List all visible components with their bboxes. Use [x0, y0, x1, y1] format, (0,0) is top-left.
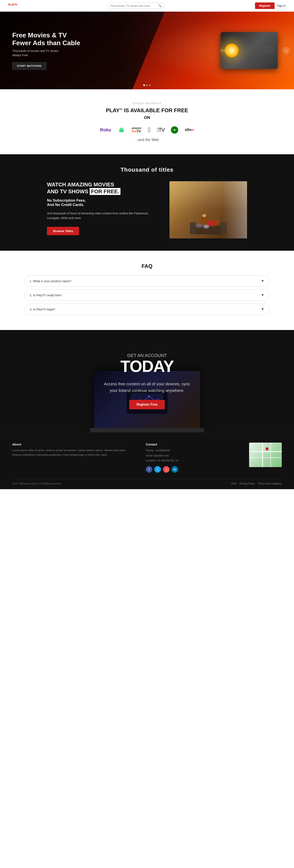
footer-contact: Contact Phone: +123456789 Email: play@tv…: [146, 442, 237, 473]
platform-apple: : [148, 126, 151, 134]
laptop-base: [90, 428, 204, 432]
map-road-h2: [249, 457, 282, 458]
map-pin-circle: [265, 447, 269, 451]
cta-section: GET AN ACCOUNT TODAY Access free content…: [0, 330, 294, 432]
footer-contact-info: Phone: +123456789 Email: play@tv.com Loc…: [146, 448, 237, 463]
roku-logo: Roku: [100, 127, 111, 133]
hero-next-arrow[interactable]: ›: [283, 47, 290, 54]
footer-link-terms[interactable]: Terms and Conditions: [258, 482, 282, 485]
appletv-logo: TV: [157, 127, 165, 133]
footer-about-title: About: [12, 442, 133, 446]
nav-buttons: Register Sign in: [255, 2, 286, 9]
search-input[interactable]: [111, 4, 158, 7]
svg-point-9: [174, 129, 175, 130]
hero-content: Free Movies & TVFewer Ads than Cable Tho…: [0, 31, 93, 70]
dot-2[interactable]: [146, 84, 148, 86]
logo: PLAYTV: [8, 3, 17, 8]
footer: About Lorem ipsum dolor sit amet, amenus…: [0, 432, 294, 489]
svg-point-18: [196, 224, 202, 228]
faq-item-1[interactable]: 1. What is your product name? ▼: [25, 275, 269, 287]
svg-point-17: [215, 219, 220, 224]
svg-point-15: [202, 214, 206, 217]
amazon-text: amazon: [132, 126, 141, 129]
register-button[interactable]: Register: [255, 2, 274, 9]
hero-dots: [143, 84, 151, 86]
brand-name: PLAYTV IS AVAILABLE FOR FREE: [106, 107, 188, 114]
social-facebook[interactable]: f: [146, 466, 152, 473]
svg-rect-2: [119, 129, 124, 132]
search-icon: 🔍: [158, 4, 162, 7]
platform-appletv: TV: [157, 127, 165, 133]
platform-amazon: amazon fireTV: [132, 126, 141, 133]
map-pin: [266, 447, 268, 450]
thousands-heading: Thousand of titles: [0, 166, 294, 173]
firetv-text: fireTV: [132, 129, 141, 133]
svg-point-4: [121, 128, 121, 129]
footer-contact-title: Contact: [146, 442, 237, 446]
footer-content: About Lorem ipsum dolor sit amet, amenus…: [12, 442, 282, 473]
svg-point-5: [122, 128, 122, 129]
footer-links: FAQ Privacy Policy Terms and Conditions: [231, 482, 282, 485]
projector-vents: [261, 48, 273, 54]
thousands-text: WATCH AMAZING MOVIES AND TV SHOWS FOR FR…: [47, 181, 161, 235]
footer-link-faq[interactable]: FAQ: [231, 482, 236, 485]
platform-roku: Roku: [100, 127, 111, 133]
watch-subtitle: No Subscription Fees, And No Credit Card…: [47, 198, 161, 207]
footer-about: About Lorem ipsum dolor sit amet, amenus…: [12, 442, 133, 473]
person-silhouette: [188, 197, 229, 239]
social-icons: f t i in: [146, 466, 237, 473]
social-linkedin[interactable]: in: [171, 466, 178, 473]
cta-title: TODAY: [100, 358, 194, 375]
hero-subtitle: Thousands of movies and TV shows.Always …: [12, 49, 80, 57]
dot-3[interactable]: [149, 84, 151, 86]
platforms-section: Stream Anywhere PLAYTV IS AVAILABLE FOR …: [0, 89, 294, 154]
cta-content: GET AN ACCOUNT TODAY Access free content…: [100, 353, 194, 409]
thousands-content: WATCH AMAZING MOVIES AND TV SHOWS FOR FR…: [35, 181, 259, 239]
android-icon: [118, 126, 125, 134]
platform-xbox: [171, 126, 178, 134]
cta-description: Access free content on all of your devic…: [100, 381, 194, 394]
hero-section: Free Movies & TVFewer Ads than Cable Tho…: [0, 12, 294, 89]
faq-arrow-1: ▼: [261, 279, 264, 283]
footer-bottom: 2024, Stefanija Andreoli | All Rights re…: [12, 479, 282, 485]
search-bar[interactable]: 🔍: [107, 3, 165, 9]
map-visual: [249, 442, 282, 467]
social-instagram[interactable]: i: [163, 466, 169, 473]
svg-point-19: [203, 225, 209, 228]
faq-question-3: 3. Is PlayTV legal?: [30, 308, 55, 311]
projector-light: [221, 50, 231, 51]
social-twitter[interactable]: t: [154, 466, 161, 473]
faq-item-3[interactable]: 3. Is PlayTV legal? ▼: [25, 304, 269, 315]
footer-link-privacy[interactable]: Privacy Policy: [239, 482, 255, 485]
contact-location: Location: St. Bla Bla Rd. 14: [146, 458, 237, 463]
footer-about-text: Lorem ipsum dolor sit amet, amenus porte…: [12, 448, 133, 457]
contact-email: Email: play@tv.com: [146, 453, 237, 458]
platforms-subtitle: Stream Anywhere: [8, 101, 286, 105]
platforms-grid: Roku amazon fireTV : [8, 126, 286, 134]
signin-button[interactable]: Sign in: [277, 4, 286, 7]
xfinity-logo: xfin∞: [185, 128, 194, 132]
map-road-v2: [270, 442, 271, 467]
contact-phone: Phone: +123456789: [146, 448, 237, 453]
hero-title: Free Movies & TVFewer Ads than Cable: [12, 31, 80, 47]
start-watching-button[interactable]: START WATCHING: [12, 62, 46, 70]
faq-heading: FAQ: [25, 263, 269, 269]
browse-titles-button[interactable]: Browse Titles: [47, 227, 79, 235]
projector-body: [221, 32, 277, 69]
apple-icon: : [148, 126, 151, 134]
faq-section: FAQ 1. What is your product name? ▼ 2. I…: [0, 251, 294, 330]
faq-arrow-2: ▼: [261, 293, 264, 297]
faq-item-2[interactable]: 2. Is PlayTV really free? ▼: [25, 289, 269, 301]
faq-arrow-3: ▼: [261, 307, 264, 311]
map-road-h: [249, 451, 282, 452]
navbar: PLAYTV 🔍 Register Sign in: [0, 0, 294, 12]
svg-rect-11: [190, 222, 196, 235]
watch-desc: Just thousands of hours of streaming vid…: [47, 211, 161, 221]
footer-map: [249, 442, 282, 467]
faq-question-2: 2. Is PlayTV really free?: [30, 293, 62, 297]
dot-1[interactable]: [143, 84, 145, 86]
map-road-v: [262, 442, 263, 467]
watch-title: WATCH AMAZING MOVIES AND TV SHOWS FOR FR…: [47, 181, 161, 195]
footer-copyright: 2024, Stefanija Andreoli | All Rights re…: [12, 482, 61, 485]
register-free-button[interactable]: Register Free: [129, 400, 165, 409]
